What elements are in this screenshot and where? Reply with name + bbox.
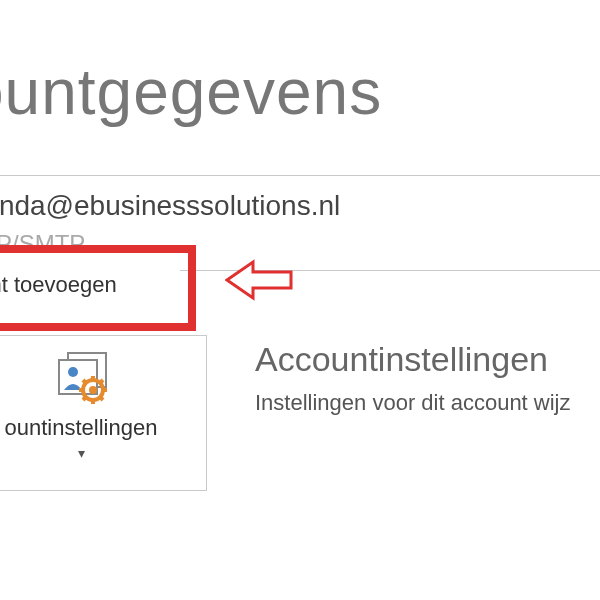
chevron-down-icon: ▾ — [78, 445, 85, 461]
add-account-label: ount toevoegen — [0, 272, 117, 298]
svg-point-2 — [68, 367, 78, 377]
add-account-button[interactable]: ount toevoegen — [0, 255, 180, 315]
account-settings-button-label: ountinstellingen — [5, 415, 158, 441]
svg-point-12 — [89, 386, 97, 394]
page-title: countgegevens — [0, 55, 382, 129]
svg-line-10 — [83, 397, 86, 400]
svg-line-9 — [100, 397, 103, 400]
account-settings-description: Instellingen voor dit account wijz — [255, 390, 571, 416]
account-settings-icon — [51, 350, 111, 405]
account-protocol: MAP/SMTP — [0, 230, 85, 258]
account-settings-title: Accountinstellingen — [255, 340, 548, 379]
svg-line-11 — [100, 380, 103, 383]
svg-line-8 — [83, 380, 86, 383]
arrow-left-annotation — [225, 258, 295, 303]
account-settings-button[interactable]: ountinstellingen ▾ — [0, 335, 207, 491]
account-email: manda@ebusinesssolutions.nl — [0, 190, 340, 222]
divider — [0, 175, 600, 176]
